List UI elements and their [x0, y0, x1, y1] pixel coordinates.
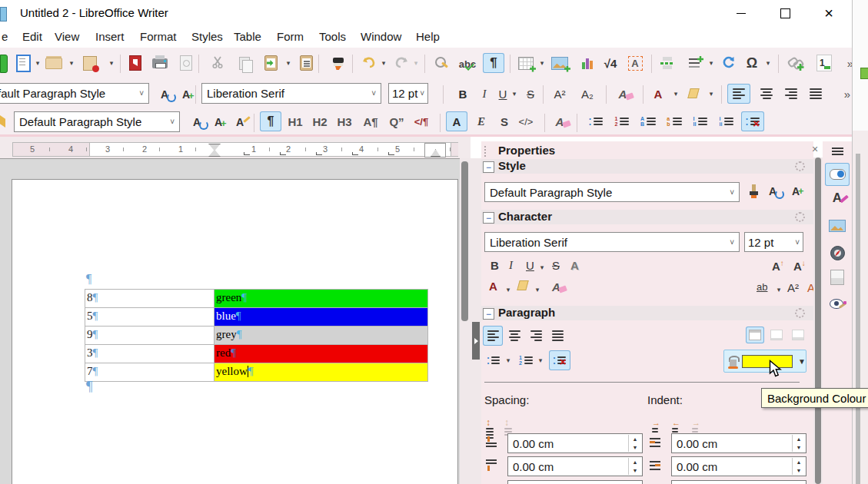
copy-button[interactable] [235, 53, 254, 73]
table-cell-color[interactable]: yellow¶ [215, 363, 428, 381]
grow-font-button[interactable]: A↑ [772, 259, 784, 273]
table-cell-color[interactable]: red¶ [215, 345, 428, 363]
collapse-section-button[interactable]: − [483, 212, 494, 224]
menu-edit[interactable]: Edit [22, 30, 42, 43]
numbered-list-button[interactable]: 1 2 [515, 350, 537, 370]
spin-up-icon[interactable]: ▲ [796, 459, 802, 465]
sidebar-font-size-combobox[interactable]: 12 pt ˅ [744, 232, 803, 252]
underline-dropdown[interactable]: ▾ [510, 90, 518, 98]
spellcheck-button[interactable]: abc [458, 53, 477, 73]
heading3-button[interactable]: H3 [335, 111, 354, 131]
bullet-list-button[interactable]: • • [584, 111, 607, 131]
document-page[interactable]: ¶ 8¶ green¶ 5¶ blue¶ 9¶ grey¶ 3¶ red¶ [12, 179, 458, 484]
document-canvas[interactable]: ¶ 8¶ green¶ 5¶ blue¶ 9¶ grey¶ 3¶ red¶ [0, 158, 460, 484]
new-document-button[interactable] [14, 53, 32, 73]
spinner-buttons[interactable]: ▲▼ [792, 458, 805, 475]
character-spacing-button[interactable]: ab [757, 280, 767, 293]
section-settings-gear-icon[interactable] [795, 161, 805, 171]
sidebar-collapse-handle[interactable] [472, 322, 480, 360]
spacing-below-field[interactable]: 0.00 cm ▲▼ [507, 456, 643, 476]
combobox-chevron-icon[interactable]: ˅ [170, 118, 175, 126]
sidebar-splitter[interactable] [470, 158, 481, 484]
source-text-style-button[interactable]: </> [517, 111, 535, 131]
collapse-section-button[interactable]: − [483, 308, 494, 320]
clear-formatting-button[interactable]: A [552, 280, 560, 293]
highlight-color-dropdown[interactable]: ▾ [534, 286, 541, 293]
undo-dropdown[interactable]: ▾ [380, 59, 387, 67]
insert-field-dropdown[interactable]: ▾ [707, 59, 715, 67]
no-list-button[interactable]: • •× [741, 111, 764, 131]
update-style-button[interactable]: A [188, 111, 206, 131]
combobox-chevron-icon[interactable]: ˅ [730, 238, 734, 247]
insert-table-button[interactable] [517, 53, 535, 73]
vertical-align-center-button[interactable] [767, 327, 786, 343]
cut-button[interactable] [209, 53, 228, 73]
menu-tools[interactable]: Tools [319, 30, 346, 43]
insert-page-break-button[interactable] [658, 53, 677, 73]
emphasis-style-button[interactable]: E [472, 111, 491, 131]
highlight-color-button[interactable] [518, 280, 527, 293]
sidebar-style-combobox[interactable]: Default Paragraph Style ˅ [484, 182, 740, 202]
spin-down-icon[interactable]: ▼ [633, 445, 638, 450]
preformatted-style-button[interactable]: </¶ [412, 111, 431, 131]
combobox-chevron-icon[interactable]: ˅ [371, 89, 376, 98]
tab-navigator[interactable] [828, 244, 846, 262]
table-cell-color[interactable]: blue¶ [215, 308, 428, 326]
heading2-button[interactable]: H2 [311, 111, 329, 131]
save-button[interactable] [81, 53, 99, 73]
tab-styles[interactable]: A [828, 189, 846, 207]
align-center-button[interactable] [504, 326, 524, 346]
style-name-combobox[interactable]: Default Paragraph Style ˅ [14, 111, 180, 132]
underline-dropdown[interactable]: ▾ [538, 264, 546, 271]
minimize-button[interactable] [728, 3, 754, 23]
highlight-color-dropdown[interactable]: ▾ [707, 90, 715, 98]
redo-button[interactable] [392, 53, 411, 73]
open-file-dropdown[interactable]: ▾ [68, 59, 75, 67]
character-section-header[interactable]: − Character [481, 210, 813, 224]
table-row[interactable]: 3¶ red¶ [85, 345, 428, 363]
close-button[interactable]: × [816, 3, 842, 23]
align-center-button[interactable] [755, 84, 778, 104]
indent-before-field[interactable]: 0.00 cm ▲▼ [671, 433, 806, 453]
sidebar-scrollbar-thumb[interactable] [815, 157, 821, 484]
vertical-scrollbar[interactable] [460, 158, 470, 484]
tab-properties[interactable] [825, 163, 850, 186]
combobox-chevron-icon[interactable]: ˅ [795, 238, 800, 247]
no-character-style-button[interactable]: A [446, 111, 467, 131]
line-spacing-field-partial[interactable] [507, 480, 643, 484]
font-color-button[interactable]: A [649, 84, 667, 104]
update-style-button[interactable]: A [769, 184, 777, 197]
spacing-above-field[interactable]: 0.00 cm ▲▼ [507, 433, 643, 453]
new-document-dropdown[interactable]: ▾ [34, 59, 42, 67]
heading1-button[interactable]: H1 [286, 111, 304, 131]
align-justify-button[interactable] [547, 326, 567, 346]
table-row[interactable]: 9¶ grey¶ [85, 327, 428, 345]
underline-button[interactable]: U [494, 84, 512, 104]
paste-dropdown[interactable]: ▾ [284, 59, 292, 67]
new-style-button[interactable]: A+ [177, 84, 195, 104]
insert-image-button[interactable] [550, 53, 569, 73]
section-settings-gear-icon[interactable] [795, 308, 805, 318]
paragraph-section-header[interactable]: − Paragraph [481, 306, 813, 320]
style-section-header[interactable]: − Style [481, 159, 813, 174]
highlight-color-button[interactable] [684, 84, 703, 104]
spin-down-icon[interactable]: ▼ [633, 468, 638, 473]
menu-styles[interactable]: Styles [191, 30, 223, 43]
menu-form[interactable]: Form [277, 30, 304, 43]
undo-button[interactable] [360, 53, 378, 73]
vertical-align-bottom-button[interactable] [789, 327, 807, 343]
clone-formatting-button[interactable] [329, 53, 348, 73]
tab-style-inspector[interactable] [828, 294, 846, 313]
clear-formatting-button[interactable]: A [550, 111, 569, 131]
font-size-combobox[interactable]: 12 pt ˅ [388, 83, 428, 104]
spin-down-icon[interactable]: ▼ [796, 468, 802, 473]
font-color-dropdown[interactable]: ▾ [672, 90, 680, 98]
menu-help[interactable]: Help [416, 30, 440, 43]
alpha-upper-list-button[interactable]: A B [637, 111, 660, 131]
toolbar-edge-icon[interactable] [0, 55, 8, 73]
insert-formula-button[interactable]: √4 [601, 53, 620, 73]
new-style-button[interactable]: A+ [209, 111, 228, 131]
default-paragraph-button[interactable]: ¶ [260, 111, 281, 131]
tab-gallery[interactable] [828, 217, 846, 235]
table-cell-number[interactable]: 8¶ [85, 290, 215, 307]
